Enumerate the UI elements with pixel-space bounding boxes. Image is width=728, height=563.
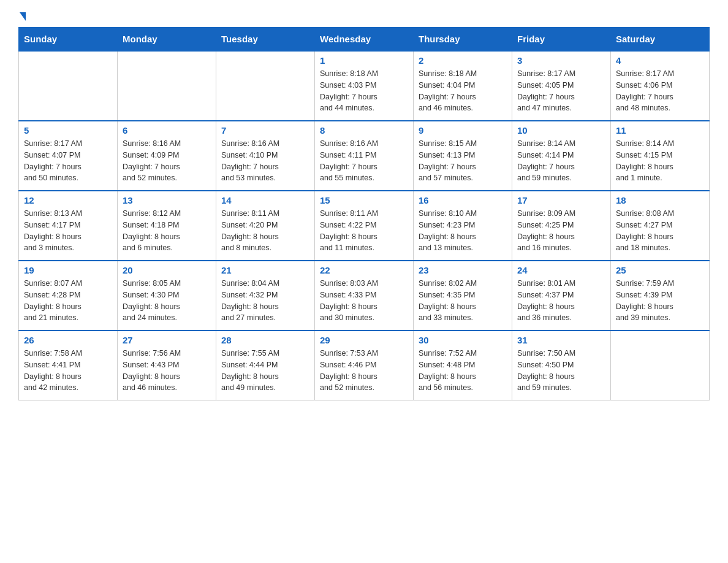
calendar-cell: 20Sunrise: 8:05 AMSunset: 4:30 PMDayligh… <box>118 261 216 331</box>
header-monday: Monday <box>118 28 216 52</box>
day-number: 14 <box>221 195 309 205</box>
day-info: Sunrise: 8:05 AMSunset: 4:30 PMDaylight:… <box>123 278 211 324</box>
day-number: 13 <box>123 195 211 205</box>
day-info: Sunrise: 7:58 AMSunset: 4:41 PMDaylight:… <box>24 348 112 394</box>
calendar-week-row: 12Sunrise: 8:13 AMSunset: 4:17 PMDayligh… <box>19 191 710 261</box>
day-number: 25 <box>616 265 704 275</box>
day-info: Sunrise: 7:55 AMSunset: 4:44 PMDaylight:… <box>221 348 309 394</box>
calendar-cell: 3Sunrise: 8:17 AMSunset: 4:05 PMDaylight… <box>512 51 611 121</box>
day-info: Sunrise: 8:17 AMSunset: 4:07 PMDaylight:… <box>24 138 112 184</box>
day-info: Sunrise: 8:14 AMSunset: 4:15 PMDaylight:… <box>616 138 704 184</box>
day-info: Sunrise: 7:50 AMSunset: 4:50 PMDaylight:… <box>517 348 605 394</box>
header-friday: Friday <box>512 28 611 52</box>
calendar-cell: 23Sunrise: 8:02 AMSunset: 4:35 PMDayligh… <box>414 261 512 331</box>
day-info: Sunrise: 8:13 AMSunset: 4:17 PMDaylight:… <box>24 208 112 254</box>
calendar-cell: 30Sunrise: 7:52 AMSunset: 4:48 PMDayligh… <box>414 331 512 400</box>
day-number: 20 <box>123 265 211 275</box>
day-info: Sunrise: 8:12 AMSunset: 4:18 PMDaylight:… <box>123 208 211 254</box>
day-number: 11 <box>616 125 704 136</box>
calendar-cell: 4Sunrise: 8:17 AMSunset: 4:06 PMDaylight… <box>611 51 710 121</box>
calendar-cell: 27Sunrise: 7:56 AMSunset: 4:43 PMDayligh… <box>118 331 216 400</box>
header <box>18 12 710 21</box>
day-number: 24 <box>517 265 605 275</box>
day-number: 21 <box>221 265 309 275</box>
calendar-cell: 17Sunrise: 8:09 AMSunset: 4:25 PMDayligh… <box>512 191 611 261</box>
calendar-cell <box>611 331 710 400</box>
day-info: Sunrise: 8:08 AMSunset: 4:27 PMDaylight:… <box>616 208 704 254</box>
day-info: Sunrise: 7:56 AMSunset: 4:43 PMDaylight:… <box>123 348 211 394</box>
day-number: 19 <box>24 265 112 275</box>
day-number: 3 <box>517 55 605 66</box>
calendar-cell: 16Sunrise: 8:10 AMSunset: 4:23 PMDayligh… <box>414 191 512 261</box>
calendar-cell: 12Sunrise: 8:13 AMSunset: 4:17 PMDayligh… <box>19 191 118 261</box>
day-number: 6 <box>123 125 211 136</box>
calendar-week-row: 19Sunrise: 8:07 AMSunset: 4:28 PMDayligh… <box>19 261 710 331</box>
day-info: Sunrise: 8:16 AMSunset: 4:10 PMDaylight:… <box>221 138 309 184</box>
calendar-week-row: 26Sunrise: 7:58 AMSunset: 4:41 PMDayligh… <box>19 331 710 400</box>
day-number: 7 <box>221 125 309 136</box>
day-info: Sunrise: 8:10 AMSunset: 4:23 PMDaylight:… <box>419 208 507 254</box>
day-info: Sunrise: 8:04 AMSunset: 4:32 PMDaylight:… <box>221 278 309 324</box>
day-number: 28 <box>221 335 309 345</box>
day-info: Sunrise: 8:01 AMSunset: 4:37 PMDaylight:… <box>517 278 605 324</box>
day-number: 1 <box>320 55 408 66</box>
day-number: 29 <box>320 335 408 345</box>
day-number: 17 <box>517 195 605 205</box>
calendar: SundayMondayTuesdayWednesdayThursdayFrid… <box>18 27 710 400</box>
day-number: 5 <box>24 125 112 136</box>
calendar-cell: 9Sunrise: 8:15 AMSunset: 4:13 PMDaylight… <box>414 121 512 191</box>
logo-triangle-icon <box>20 12 26 21</box>
calendar-cell: 26Sunrise: 7:58 AMSunset: 4:41 PMDayligh… <box>19 331 118 400</box>
calendar-cell: 6Sunrise: 8:16 AMSunset: 4:09 PMDaylight… <box>118 121 216 191</box>
calendar-cell: 22Sunrise: 8:03 AMSunset: 4:33 PMDayligh… <box>315 261 414 331</box>
day-number: 8 <box>320 125 408 136</box>
calendar-cell <box>118 51 216 121</box>
calendar-cell: 11Sunrise: 8:14 AMSunset: 4:15 PMDayligh… <box>611 121 710 191</box>
calendar-header-row: SundayMondayTuesdayWednesdayThursdayFrid… <box>19 28 710 52</box>
day-number: 23 <box>419 265 507 275</box>
calendar-cell: 28Sunrise: 7:55 AMSunset: 4:44 PMDayligh… <box>216 331 315 400</box>
header-thursday: Thursday <box>414 28 512 52</box>
header-tuesday: Tuesday <box>216 28 315 52</box>
day-number: 16 <box>419 195 507 205</box>
day-number: 27 <box>123 335 211 345</box>
day-number: 15 <box>320 195 408 205</box>
day-info: Sunrise: 8:03 AMSunset: 4:33 PMDaylight:… <box>320 278 408 324</box>
logo <box>18 12 26 21</box>
calendar-cell: 2Sunrise: 8:18 AMSunset: 4:04 PMDaylight… <box>414 51 512 121</box>
day-info: Sunrise: 7:52 AMSunset: 4:48 PMDaylight:… <box>419 348 507 394</box>
calendar-cell: 7Sunrise: 8:16 AMSunset: 4:10 PMDaylight… <box>216 121 315 191</box>
day-info: Sunrise: 8:02 AMSunset: 4:35 PMDaylight:… <box>419 278 507 324</box>
calendar-cell: 25Sunrise: 7:59 AMSunset: 4:39 PMDayligh… <box>611 261 710 331</box>
day-number: 9 <box>419 125 507 136</box>
day-info: Sunrise: 8:16 AMSunset: 4:09 PMDaylight:… <box>123 138 211 184</box>
calendar-cell: 29Sunrise: 7:53 AMSunset: 4:46 PMDayligh… <box>315 331 414 400</box>
day-info: Sunrise: 8:17 AMSunset: 4:06 PMDaylight:… <box>616 68 704 114</box>
calendar-cell: 8Sunrise: 8:16 AMSunset: 4:11 PMDaylight… <box>315 121 414 191</box>
calendar-cell: 18Sunrise: 8:08 AMSunset: 4:27 PMDayligh… <box>611 191 710 261</box>
header-wednesday: Wednesday <box>315 28 414 52</box>
day-info: Sunrise: 8:17 AMSunset: 4:05 PMDaylight:… <box>517 68 605 114</box>
day-info: Sunrise: 8:16 AMSunset: 4:11 PMDaylight:… <box>320 138 408 184</box>
day-number: 26 <box>24 335 112 345</box>
day-info: Sunrise: 8:11 AMSunset: 4:22 PMDaylight:… <box>320 208 408 254</box>
calendar-cell: 21Sunrise: 8:04 AMSunset: 4:32 PMDayligh… <box>216 261 315 331</box>
day-info: Sunrise: 8:07 AMSunset: 4:28 PMDaylight:… <box>24 278 112 324</box>
calendar-cell: 31Sunrise: 7:50 AMSunset: 4:50 PMDayligh… <box>512 331 611 400</box>
day-info: Sunrise: 8:11 AMSunset: 4:20 PMDaylight:… <box>221 208 309 254</box>
day-number: 2 <box>419 55 507 66</box>
calendar-cell: 1Sunrise: 8:18 AMSunset: 4:03 PMDaylight… <box>315 51 414 121</box>
day-number: 12 <box>24 195 112 205</box>
calendar-cell: 5Sunrise: 8:17 AMSunset: 4:07 PMDaylight… <box>19 121 118 191</box>
day-number: 4 <box>616 55 704 66</box>
header-sunday: Sunday <box>19 28 118 52</box>
calendar-cell: 15Sunrise: 8:11 AMSunset: 4:22 PMDayligh… <box>315 191 414 261</box>
day-number: 18 <box>616 195 704 205</box>
calendar-week-row: 1Sunrise: 8:18 AMSunset: 4:03 PMDaylight… <box>19 51 710 121</box>
day-info: Sunrise: 8:18 AMSunset: 4:03 PMDaylight:… <box>320 68 408 114</box>
day-info: Sunrise: 7:59 AMSunset: 4:39 PMDaylight:… <box>616 278 704 324</box>
calendar-cell <box>19 51 118 121</box>
calendar-cell: 14Sunrise: 8:11 AMSunset: 4:20 PMDayligh… <box>216 191 315 261</box>
calendar-cell: 24Sunrise: 8:01 AMSunset: 4:37 PMDayligh… <box>512 261 611 331</box>
day-info: Sunrise: 8:15 AMSunset: 4:13 PMDaylight:… <box>419 138 507 184</box>
